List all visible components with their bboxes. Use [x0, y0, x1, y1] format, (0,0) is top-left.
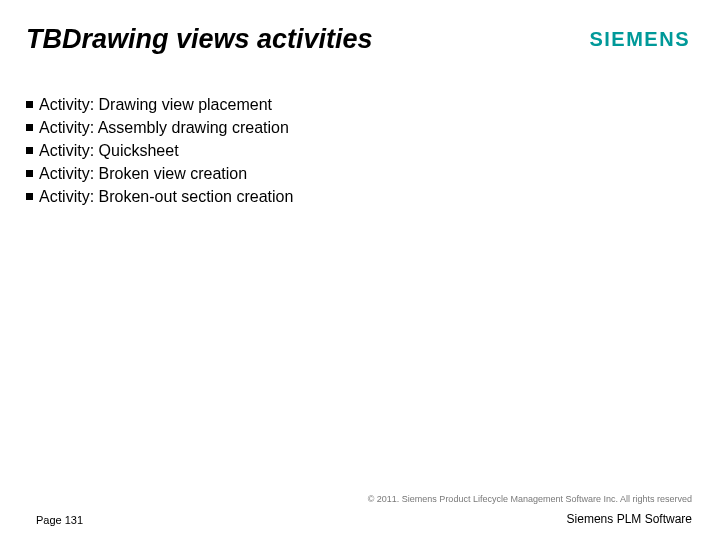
siemens-logo: SIEMENS	[589, 28, 690, 51]
list-item: Activity: Broken-out section creation	[26, 186, 586, 208]
page-number: Page 131	[36, 514, 83, 526]
list-item: Activity: Assembly drawing creation	[26, 117, 586, 139]
brand-footer: Siemens PLM Software	[567, 512, 692, 526]
bullet-text: Activity: Drawing view placement	[39, 94, 272, 116]
bullet-text: Activity: Broken view creation	[39, 163, 247, 185]
slide: SIEMENS TBDrawing views activities Activ…	[0, 0, 720, 540]
bullet-text: Activity: Broken-out section creation	[39, 186, 293, 208]
square-bullet-icon	[26, 170, 33, 177]
bullet-text: Activity: Assembly drawing creation	[39, 117, 289, 139]
square-bullet-icon	[26, 124, 33, 131]
slide-title: TBDrawing views activities	[26, 24, 373, 55]
list-item: Activity: Broken view creation	[26, 163, 586, 185]
square-bullet-icon	[26, 193, 33, 200]
list-item: Activity: Quicksheet	[26, 140, 586, 162]
square-bullet-icon	[26, 147, 33, 154]
bullet-list: Activity: Drawing view placement Activit…	[26, 94, 586, 209]
bullet-text: Activity: Quicksheet	[39, 140, 179, 162]
list-item: Activity: Drawing view placement	[26, 94, 586, 116]
copyright-text: © 2011. Siemens Product Lifecycle Manage…	[368, 494, 692, 504]
square-bullet-icon	[26, 101, 33, 108]
